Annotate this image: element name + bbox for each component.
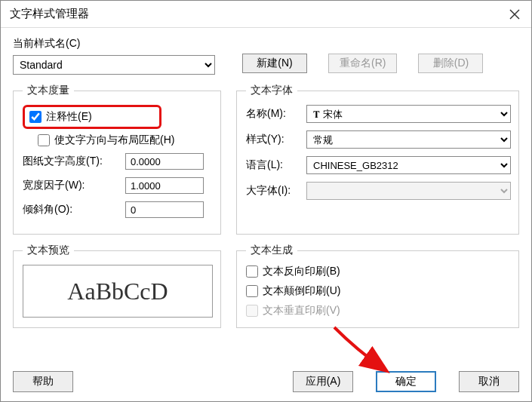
help-button[interactable]: 帮助 xyxy=(13,371,73,392)
annotative-label: 注释性(E) xyxy=(46,110,92,124)
bigfont-label: 大字体(I): xyxy=(246,184,306,198)
generate-legend: 文本生成 xyxy=(246,244,297,257)
content: 当前样式名(C) Standard 新建(N) 重命名(R) 删除(D) 文本度… xyxy=(1,28,531,328)
font-style-label: 样式(Y): xyxy=(246,133,306,146)
font-group: 文本字体 名称(M): 𝐓 宋体 样式(Y): 常规 语言(L): CHINES… xyxy=(236,84,519,235)
generate-group: 文本生成 文本反向印刷(B) 文本颠倒印刷(U) 文本垂直印刷(V) xyxy=(236,244,519,328)
match-orientation-label: 使文字方向与布局匹配(H) xyxy=(54,133,174,147)
metrics-legend: 文本度量 xyxy=(23,84,74,97)
titlebar: 文字样式管理器 xyxy=(1,1,531,28)
cancel-button[interactable]: 取消 xyxy=(459,371,519,392)
footer: 帮助 应用(A) 确定 取消 xyxy=(13,371,519,392)
style-name-select[interactable]: Standard xyxy=(13,55,215,75)
ok-button[interactable]: 确定 xyxy=(376,371,436,392)
highlight-annotation: 注释性(E) xyxy=(23,105,161,129)
close-button[interactable] xyxy=(498,1,531,28)
font-lang-select[interactable]: CHINESE_GB2312 xyxy=(306,156,511,174)
width-factor-label: 宽度因子(W): xyxy=(23,179,125,192)
preview-group: 文本预览 AaBbCcD xyxy=(13,244,221,328)
oblique-input[interactable] xyxy=(125,201,204,218)
match-orientation-checkbox[interactable] xyxy=(38,134,50,146)
new-button[interactable]: 新建(N) xyxy=(242,54,307,73)
font-style-select[interactable]: 常规 xyxy=(306,130,511,149)
font-legend: 文本字体 xyxy=(246,84,297,97)
bigfont-select xyxy=(306,182,511,200)
font-lang-label: 语言(L): xyxy=(246,158,306,172)
upside-label: 文本颠倒印刷(U) xyxy=(263,284,340,298)
preview-box: AaBbCcD xyxy=(23,265,213,318)
delete-button: 删除(D) xyxy=(418,54,483,73)
oblique-label: 倾斜角(O): xyxy=(23,203,125,216)
preview-legend: 文本预览 xyxy=(23,244,74,257)
backwards-checkbox[interactable] xyxy=(246,265,258,278)
style-name-label: 当前样式名(C) xyxy=(13,37,215,51)
window-title: 文字样式管理器 xyxy=(10,7,89,21)
apply-button[interactable]: 应用(A) xyxy=(293,371,353,392)
rename-button: 重命名(R) xyxy=(328,54,397,73)
text-height-input[interactable] xyxy=(125,153,204,170)
font-name-label: 名称(M): xyxy=(246,107,306,121)
vertical-label: 文本垂直印刷(V) xyxy=(263,304,340,318)
width-factor-input[interactable] xyxy=(125,177,204,194)
backwards-label: 文本反向印刷(B) xyxy=(263,265,340,278)
style-name-row: 当前样式名(C) Standard 新建(N) 重命名(R) 删除(D) xyxy=(13,37,519,75)
vertical-checkbox xyxy=(246,305,258,317)
font-name-select[interactable]: 𝐓 宋体 xyxy=(306,105,511,123)
text-height-label: 图纸文字高度(T): xyxy=(23,155,125,168)
annotative-checkbox[interactable] xyxy=(29,111,42,123)
upside-checkbox[interactable] xyxy=(246,285,258,297)
metrics-group: 文本度量 注释性(E) 使文字方向与布局匹配(H) 图纸文字高度(T): 宽度因… xyxy=(13,84,221,235)
